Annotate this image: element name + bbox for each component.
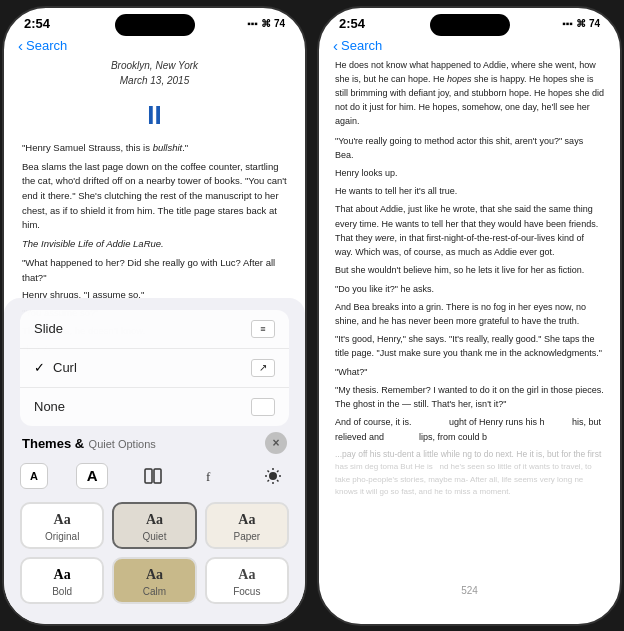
svg-rect-1 <box>154 469 161 483</box>
right-back-button[interactable]: ‹ Search <box>333 37 382 54</box>
font-type-button[interactable]: f <box>197 460 229 492</box>
right-para-fade: ...pay off his stu-dent a little while n… <box>335 448 604 461</box>
slide-options-list: Slide ≡ ✓ Curl ↗ None <box>20 310 289 426</box>
right-para-7: "Do you like it?" he asks. <box>335 282 604 296</box>
left-status-bar: 2:54 ▪▪▪ ⌘ 74 <box>4 8 305 35</box>
svg-point-3 <box>269 472 277 480</box>
layout-button[interactable] <box>137 460 169 492</box>
right-book-content: He does not know what happened to Addie,… <box>319 58 620 584</box>
themes-title-area: Themes & Quiet Options <box>22 434 156 452</box>
right-para-3: Henry looks up. <box>335 166 604 180</box>
svg-rect-0 <box>145 469 152 483</box>
right-back-chevron-icon: ‹ <box>333 37 338 54</box>
back-chevron-icon: ‹ <box>18 37 23 54</box>
svg-line-9 <box>277 480 279 482</box>
right-signal-icon: ▪▪▪ <box>562 18 573 29</box>
theme-bold[interactable]: Aa Bold <box>20 557 104 604</box>
dynamic-island <box>115 14 195 36</box>
theme-paper[interactable]: Aa Paper <box>205 502 289 549</box>
layout-icon <box>143 466 163 486</box>
date-text: March 13, 2015 <box>120 75 190 86</box>
slide-option-none-icon <box>251 398 275 416</box>
theme-quiet-preview: Aa <box>146 512 163 528</box>
theme-focus-label: Focus <box>233 586 260 597</box>
left-time: 2:54 <box>24 16 50 31</box>
right-para-8: And Bea breaks into a grin. There is no … <box>335 300 604 328</box>
theme-original-label: Original <box>45 531 79 542</box>
slide-option-curl-icon: ↗ <box>251 359 275 377</box>
brightness-icon <box>263 466 283 486</box>
check-icon: ✓ <box>34 360 45 375</box>
quiet-options-label: Quiet Options <box>89 438 156 450</box>
svg-line-10 <box>277 470 279 472</box>
font-small-button[interactable]: A <box>20 463 48 489</box>
close-button[interactable]: × <box>265 432 287 454</box>
theme-calm-preview: Aa <box>146 567 163 583</box>
slide-option-none-label: None <box>34 399 251 414</box>
right-para-10: "What?" <box>335 365 604 379</box>
book-para-1: "Henry Samuel Strauss, this is bullshit.… <box>22 141 287 156</box>
right-para-4: He wants to tell her it's all true. <box>335 184 604 198</box>
signal-icon: ▪▪▪ <box>247 18 258 29</box>
themes-header: Themes & Quiet Options × <box>20 432 289 454</box>
right-para-fade2: has sim deg toma But He is nd he's seen … <box>335 461 604 499</box>
right-nav-bar: ‹ Search <box>319 35 620 58</box>
left-back-button[interactable]: ‹ Search <box>18 37 67 54</box>
right-para-2: "You're really going to method actor thi… <box>335 134 604 162</box>
slide-option-slide-label: Slide <box>34 321 251 336</box>
slide-option-curl[interactable]: ✓ Curl ↗ <box>20 349 289 388</box>
book-para-3: The Invisible Life of Addie LaRue. <box>22 237 287 252</box>
slide-option-none[interactable]: None <box>20 388 289 426</box>
right-para-5: That about Addie, just like he wrote, th… <box>335 202 604 259</box>
theme-focus-preview: Aa <box>238 567 255 583</box>
right-para-9: "It's good, Henry," she says. "It's real… <box>335 332 604 360</box>
left-phone: 2:54 ▪▪▪ ⌘ 74 ‹ Search Brooklyn, New Yor… <box>2 6 307 626</box>
slide-option-curl-label: Curl <box>53 360 251 375</box>
theme-calm[interactable]: Aa Calm <box>112 557 196 604</box>
book-para-4: "What happened to her? Did she really go… <box>22 256 287 285</box>
theme-paper-preview: Aa <box>238 512 255 528</box>
right-para-1: He does not know what happened to Addie,… <box>335 58 604 129</box>
right-para-6: But she wouldn't believe him, so he lets… <box>335 263 604 277</box>
theme-focus[interactable]: Aa Focus <box>205 557 289 604</box>
svg-line-8 <box>268 470 270 472</box>
slide-option-slide-icon: ≡ <box>251 320 275 338</box>
left-back-label: Search <box>26 38 67 53</box>
left-nav-bar: ‹ Search <box>4 35 305 58</box>
right-phone: 2:54 ▪▪▪ ⌘ 74 ‹ Search He does not know … <box>317 6 622 626</box>
brightness-button[interactable] <box>257 460 289 492</box>
right-back-label: Search <box>341 38 382 53</box>
reading-toolbar: A A f <box>20 460 289 492</box>
battery-level: 74 <box>274 18 285 29</box>
right-para-11: "My thesis. Remember? I wanted to do it … <box>335 383 604 411</box>
right-dynamic-island <box>430 14 510 36</box>
right-para-12: And of course, it is. ught of Henry runs… <box>335 415 604 443</box>
themes-title: Themes & <box>22 436 84 451</box>
font-large-button[interactable]: A <box>76 463 108 489</box>
book-para-2: Bea slams the last page down on the coff… <box>22 160 287 234</box>
theme-quiet[interactable]: Aa Quiet <box>112 502 196 549</box>
right-status-icons: ▪▪▪ ⌘ 74 <box>562 18 600 29</box>
svg-line-11 <box>268 480 270 482</box>
right-status-bar: 2:54 ▪▪▪ ⌘ 74 <box>319 8 620 35</box>
theme-quiet-label: Quiet <box>143 531 167 542</box>
chapter-number: II <box>22 95 287 135</box>
theme-original-preview: Aa <box>54 512 71 528</box>
theme-bold-label: Bold <box>52 586 72 597</box>
theme-paper-label: Paper <box>233 531 260 542</box>
font-type-icon: f <box>203 466 223 486</box>
theme-original[interactable]: Aa Original <box>20 502 104 549</box>
svg-text:f: f <box>206 469 211 484</box>
bottom-panel: Slide ≡ ✓ Curl ↗ None Themes & Quiet Opt… <box>4 298 305 624</box>
left-status-icons: ▪▪▪ ⌘ 74 <box>247 18 285 29</box>
theme-calm-label: Calm <box>143 586 166 597</box>
book-location: Brooklyn, New York March 13, 2015 <box>22 58 287 89</box>
page-number: 524 <box>319 581 620 600</box>
right-battery-level: 74 <box>589 18 600 29</box>
wifi-icon: ⌘ <box>261 18 271 29</box>
theme-bold-preview: Aa <box>54 567 71 583</box>
right-time: 2:54 <box>339 16 365 31</box>
slide-option-slide[interactable]: Slide ≡ <box>20 310 289 349</box>
location-text: Brooklyn, New York <box>111 60 198 71</box>
right-wifi-icon: ⌘ <box>576 18 586 29</box>
